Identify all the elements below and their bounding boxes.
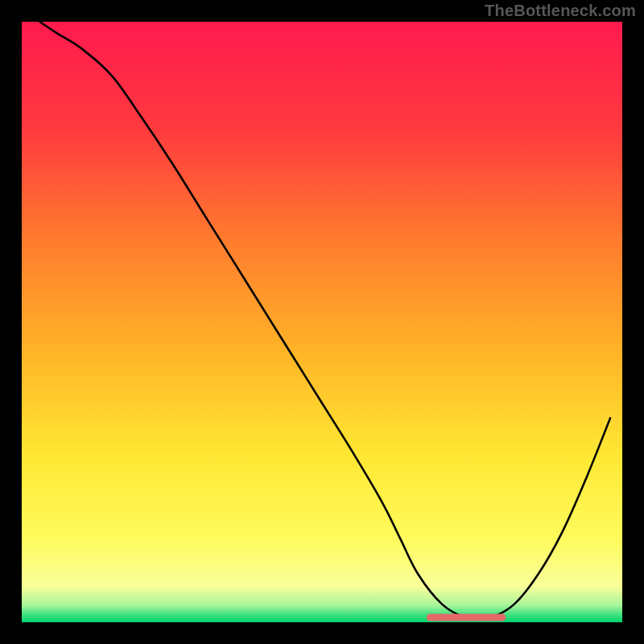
chart-stage: TheBottleneck.com [0, 0, 644, 644]
plot-area [22, 22, 622, 622]
bottleneck-plot [0, 0, 644, 644]
